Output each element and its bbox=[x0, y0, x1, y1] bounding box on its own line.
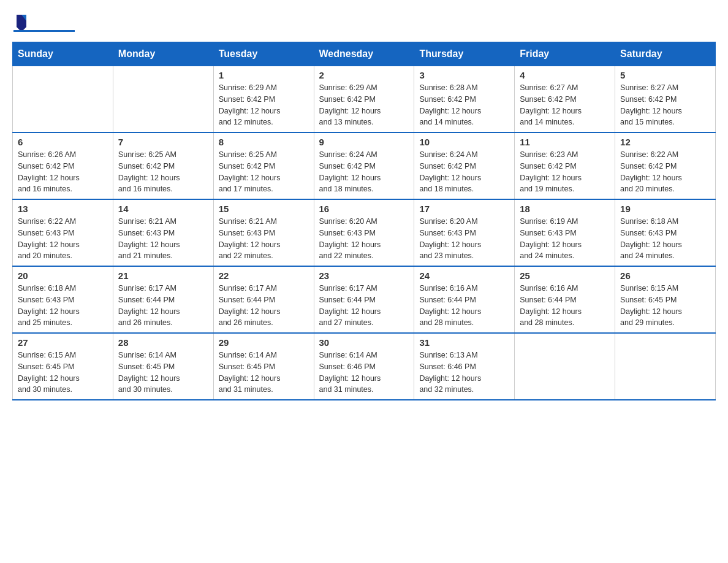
day-info: Sunrise: 6:22 AM Sunset: 6:43 PM Dayligh… bbox=[18, 216, 108, 262]
day-number: 30 bbox=[319, 337, 409, 348]
calendar-header-sunday: Sunday bbox=[13, 42, 113, 66]
logo bbox=[12, 12, 75, 32]
calendar-cell: 27Sunrise: 6:15 AM Sunset: 6:45 PM Dayli… bbox=[13, 333, 113, 400]
calendar-header-tuesday: Tuesday bbox=[213, 42, 314, 66]
calendar-cell: 15Sunrise: 6:21 AM Sunset: 6:43 PM Dayli… bbox=[213, 199, 314, 266]
day-info: Sunrise: 6:24 AM Sunset: 6:42 PM Dayligh… bbox=[419, 149, 509, 195]
calendar-cell bbox=[615, 333, 716, 400]
calendar-cell: 21Sunrise: 6:17 AM Sunset: 6:44 PM Dayli… bbox=[113, 266, 213, 333]
calendar-header-wednesday: Wednesday bbox=[314, 42, 414, 66]
day-number: 16 bbox=[319, 204, 409, 214]
day-number: 5 bbox=[620, 70, 710, 80]
day-number: 23 bbox=[319, 270, 409, 281]
day-info: Sunrise: 6:16 AM Sunset: 6:44 PM Dayligh… bbox=[419, 283, 509, 329]
day-number: 11 bbox=[520, 137, 610, 147]
day-info: Sunrise: 6:15 AM Sunset: 6:45 PM Dayligh… bbox=[18, 350, 108, 396]
day-info: Sunrise: 6:22 AM Sunset: 6:42 PM Dayligh… bbox=[620, 149, 710, 195]
calendar-cell: 24Sunrise: 6:16 AM Sunset: 6:44 PM Dayli… bbox=[414, 266, 515, 333]
day-info: Sunrise: 6:24 AM Sunset: 6:42 PM Dayligh… bbox=[319, 149, 409, 195]
day-number: 25 bbox=[520, 270, 610, 281]
day-number: 20 bbox=[18, 270, 108, 281]
calendar-cell: 12Sunrise: 6:22 AM Sunset: 6:42 PM Dayli… bbox=[615, 132, 716, 199]
calendar-cell: 11Sunrise: 6:23 AM Sunset: 6:42 PM Dayli… bbox=[515, 132, 615, 199]
calendar-header-row: SundayMondayTuesdayWednesdayThursdayFrid… bbox=[13, 42, 716, 66]
calendar-cell: 4Sunrise: 6:27 AM Sunset: 6:42 PM Daylig… bbox=[515, 66, 615, 133]
calendar-cell: 3Sunrise: 6:28 AM Sunset: 6:42 PM Daylig… bbox=[414, 66, 515, 133]
calendar-cell: 25Sunrise: 6:16 AM Sunset: 6:44 PM Dayli… bbox=[515, 266, 615, 333]
calendar-week-5: 27Sunrise: 6:15 AM Sunset: 6:45 PM Dayli… bbox=[13, 333, 716, 400]
day-number: 6 bbox=[18, 137, 108, 147]
day-info: Sunrise: 6:20 AM Sunset: 6:43 PM Dayligh… bbox=[319, 216, 409, 262]
calendar-cell: 9Sunrise: 6:24 AM Sunset: 6:42 PM Daylig… bbox=[314, 132, 414, 199]
calendar-table: SundayMondayTuesdayWednesdayThursdayFrid… bbox=[12, 42, 716, 400]
calendar-header-thursday: Thursday bbox=[414, 42, 515, 66]
day-info: Sunrise: 6:14 AM Sunset: 6:45 PM Dayligh… bbox=[118, 350, 208, 396]
day-number: 22 bbox=[219, 270, 309, 281]
calendar-cell: 29Sunrise: 6:14 AM Sunset: 6:45 PM Dayli… bbox=[213, 333, 314, 400]
day-info: Sunrise: 6:28 AM Sunset: 6:42 PM Dayligh… bbox=[419, 82, 509, 128]
day-info: Sunrise: 6:27 AM Sunset: 6:42 PM Dayligh… bbox=[520, 82, 610, 128]
day-number: 13 bbox=[18, 204, 108, 214]
calendar-header-friday: Friday bbox=[515, 42, 615, 66]
calendar-cell bbox=[13, 66, 113, 133]
calendar-week-1: 1Sunrise: 6:29 AM Sunset: 6:42 PM Daylig… bbox=[13, 66, 716, 133]
day-number: 24 bbox=[419, 270, 509, 281]
page-header bbox=[12, 12, 716, 32]
calendar-week-3: 13Sunrise: 6:22 AM Sunset: 6:43 PM Dayli… bbox=[13, 199, 716, 266]
calendar-header-saturday: Saturday bbox=[615, 42, 716, 66]
calendar-cell: 8Sunrise: 6:25 AM Sunset: 6:42 PM Daylig… bbox=[213, 132, 314, 199]
day-info: Sunrise: 6:13 AM Sunset: 6:46 PM Dayligh… bbox=[419, 350, 509, 396]
day-number: 7 bbox=[118, 137, 208, 147]
day-number: 1 bbox=[219, 70, 309, 80]
day-info: Sunrise: 6:26 AM Sunset: 6:42 PM Dayligh… bbox=[18, 149, 108, 195]
day-info: Sunrise: 6:25 AM Sunset: 6:42 PM Dayligh… bbox=[219, 149, 309, 195]
day-number: 17 bbox=[419, 204, 509, 214]
calendar-cell: 17Sunrise: 6:20 AM Sunset: 6:43 PM Dayli… bbox=[414, 199, 515, 266]
day-info: Sunrise: 6:29 AM Sunset: 6:42 PM Dayligh… bbox=[319, 82, 409, 128]
day-info: Sunrise: 6:17 AM Sunset: 6:44 PM Dayligh… bbox=[118, 283, 208, 329]
calendar-cell: 16Sunrise: 6:20 AM Sunset: 6:43 PM Dayli… bbox=[314, 199, 414, 266]
day-number: 21 bbox=[118, 270, 208, 281]
calendar-cell: 1Sunrise: 6:29 AM Sunset: 6:42 PM Daylig… bbox=[213, 66, 314, 133]
day-number: 15 bbox=[219, 204, 309, 214]
calendar-cell: 20Sunrise: 6:18 AM Sunset: 6:43 PM Dayli… bbox=[13, 266, 113, 333]
day-info: Sunrise: 6:15 AM Sunset: 6:45 PM Dayligh… bbox=[620, 283, 710, 329]
day-number: 26 bbox=[620, 270, 710, 281]
day-number: 14 bbox=[118, 204, 208, 214]
day-info: Sunrise: 6:23 AM Sunset: 6:42 PM Dayligh… bbox=[520, 149, 610, 195]
calendar-cell: 7Sunrise: 6:25 AM Sunset: 6:42 PM Daylig… bbox=[113, 132, 213, 199]
day-info: Sunrise: 6:14 AM Sunset: 6:45 PM Dayligh… bbox=[219, 350, 309, 396]
day-info: Sunrise: 6:17 AM Sunset: 6:44 PM Dayligh… bbox=[219, 283, 309, 329]
calendar-cell bbox=[113, 66, 213, 133]
calendar-cell: 18Sunrise: 6:19 AM Sunset: 6:43 PM Dayli… bbox=[515, 199, 615, 266]
day-number: 10 bbox=[419, 137, 509, 147]
calendar-cell: 2Sunrise: 6:29 AM Sunset: 6:42 PM Daylig… bbox=[314, 66, 414, 133]
day-number: 9 bbox=[319, 137, 409, 147]
calendar-cell bbox=[515, 333, 615, 400]
day-number: 27 bbox=[18, 337, 108, 348]
calendar-header-monday: Monday bbox=[113, 42, 213, 66]
day-number: 2 bbox=[319, 70, 409, 80]
day-number: 3 bbox=[419, 70, 509, 80]
day-info: Sunrise: 6:18 AM Sunset: 6:43 PM Dayligh… bbox=[18, 283, 108, 329]
day-info: Sunrise: 6:20 AM Sunset: 6:43 PM Dayligh… bbox=[419, 216, 509, 262]
day-info: Sunrise: 6:25 AM Sunset: 6:42 PM Dayligh… bbox=[118, 149, 208, 195]
day-info: Sunrise: 6:14 AM Sunset: 6:46 PM Dayligh… bbox=[319, 350, 409, 396]
day-info: Sunrise: 6:19 AM Sunset: 6:43 PM Dayligh… bbox=[520, 216, 610, 262]
day-number: 31 bbox=[419, 337, 509, 348]
day-number: 19 bbox=[620, 204, 710, 214]
calendar-cell: 6Sunrise: 6:26 AM Sunset: 6:42 PM Daylig… bbox=[13, 132, 113, 199]
calendar-week-4: 20Sunrise: 6:18 AM Sunset: 6:43 PM Dayli… bbox=[13, 266, 716, 333]
day-info: Sunrise: 6:29 AM Sunset: 6:42 PM Dayligh… bbox=[219, 82, 309, 128]
calendar-cell: 22Sunrise: 6:17 AM Sunset: 6:44 PM Dayli… bbox=[213, 266, 314, 333]
day-number: 12 bbox=[620, 137, 710, 147]
day-number: 18 bbox=[520, 204, 610, 214]
day-info: Sunrise: 6:16 AM Sunset: 6:44 PM Dayligh… bbox=[520, 283, 610, 329]
calendar-cell: 23Sunrise: 6:17 AM Sunset: 6:44 PM Dayli… bbox=[314, 266, 414, 333]
day-number: 8 bbox=[219, 137, 309, 147]
calendar-cell: 26Sunrise: 6:15 AM Sunset: 6:45 PM Dayli… bbox=[615, 266, 716, 333]
calendar-cell: 5Sunrise: 6:27 AM Sunset: 6:42 PM Daylig… bbox=[615, 66, 716, 133]
day-info: Sunrise: 6:21 AM Sunset: 6:43 PM Dayligh… bbox=[118, 216, 208, 262]
day-info: Sunrise: 6:18 AM Sunset: 6:43 PM Dayligh… bbox=[620, 216, 710, 262]
day-number: 28 bbox=[118, 337, 208, 348]
